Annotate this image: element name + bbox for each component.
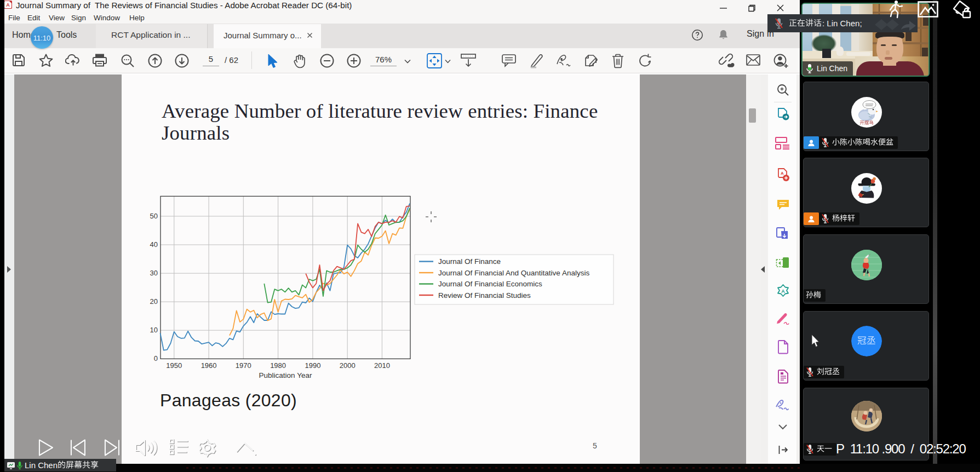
svg-text:Journal Of Financial And Quant: Journal Of Financial And Quantitative An… (438, 269, 589, 277)
svg-text:1950: 1950 (166, 361, 182, 370)
svg-text:A: A (6, 2, 10, 8)
svg-text:1980: 1980 (270, 361, 286, 370)
svg-text:1990: 1990 (305, 361, 320, 370)
svg-text:A: A (781, 289, 785, 294)
svg-text:2000: 2000 (340, 361, 356, 370)
svg-text:0: 0 (154, 354, 158, 362)
svg-text:40: 40 (150, 240, 158, 249)
svg-text:1960: 1960 (201, 361, 217, 370)
svg-text:Review Of Financial Studies: Review Of Financial Studies (438, 291, 531, 300)
svg-text:10: 10 (150, 326, 158, 334)
svg-text:2010: 2010 (374, 361, 390, 370)
svg-text:1970: 1970 (236, 361, 251, 370)
svg-text:Journal Of Finance: Journal Of Finance (438, 257, 501, 266)
svg-text:30: 30 (150, 269, 158, 277)
svg-text:A: A (781, 171, 784, 176)
svg-text:20: 20 (150, 297, 158, 306)
svg-text:50: 50 (150, 212, 158, 220)
svg-text:Publication Year: Publication Year (259, 371, 312, 379)
svg-text:Journal Of Financial Economics: Journal Of Financial Economics (438, 280, 542, 288)
